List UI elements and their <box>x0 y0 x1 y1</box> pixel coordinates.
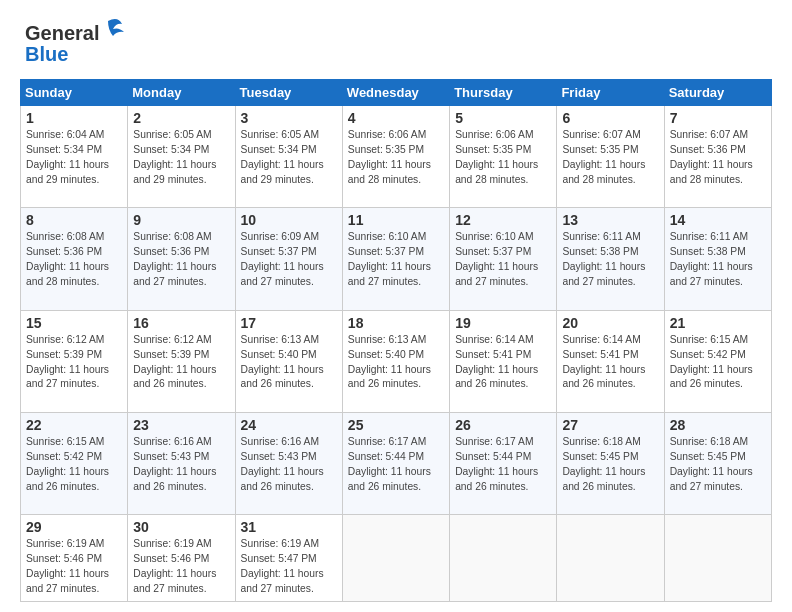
day-number: 15 <box>26 315 122 331</box>
calendar-week-1: 1 Sunrise: 6:04 AM Sunset: 5:34 PM Dayli… <box>21 106 772 208</box>
calendar-cell: 26 Sunrise: 6:17 AM Sunset: 5:44 PM Dayl… <box>450 412 557 514</box>
header: GeneralBlue <box>20 16 772 71</box>
day-number: 29 <box>26 519 122 535</box>
calendar-cell <box>557 515 664 602</box>
day-number: 22 <box>26 417 122 433</box>
day-detail: Sunrise: 6:08 AM Sunset: 5:36 PM Dayligh… <box>26 230 122 290</box>
day-number: 17 <box>241 315 337 331</box>
day-detail: Sunrise: 6:19 AM Sunset: 5:47 PM Dayligh… <box>241 537 337 597</box>
calendar-cell: 21 Sunrise: 6:15 AM Sunset: 5:42 PM Dayl… <box>664 310 771 412</box>
day-detail: Sunrise: 6:19 AM Sunset: 5:46 PM Dayligh… <box>26 537 122 597</box>
day-header-wednesday: Wednesday <box>342 80 449 106</box>
day-detail: Sunrise: 6:15 AM Sunset: 5:42 PM Dayligh… <box>26 435 122 495</box>
day-detail: Sunrise: 6:14 AM Sunset: 5:41 PM Dayligh… <box>455 333 551 393</box>
calendar-cell: 24 Sunrise: 6:16 AM Sunset: 5:43 PM Dayl… <box>235 412 342 514</box>
day-detail: Sunrise: 6:04 AM Sunset: 5:34 PM Dayligh… <box>26 128 122 188</box>
day-detail: Sunrise: 6:17 AM Sunset: 5:44 PM Dayligh… <box>455 435 551 495</box>
calendar-cell: 29 Sunrise: 6:19 AM Sunset: 5:46 PM Dayl… <box>21 515 128 602</box>
calendar-cell: 10 Sunrise: 6:09 AM Sunset: 5:37 PM Dayl… <box>235 208 342 310</box>
calendar-cell: 27 Sunrise: 6:18 AM Sunset: 5:45 PM Dayl… <box>557 412 664 514</box>
calendar-cell: 12 Sunrise: 6:10 AM Sunset: 5:37 PM Dayl… <box>450 208 557 310</box>
calendar-cell: 30 Sunrise: 6:19 AM Sunset: 5:46 PM Dayl… <box>128 515 235 602</box>
day-number: 19 <box>455 315 551 331</box>
day-detail: Sunrise: 6:12 AM Sunset: 5:39 PM Dayligh… <box>133 333 229 393</box>
calendar-cell: 9 Sunrise: 6:08 AM Sunset: 5:36 PM Dayli… <box>128 208 235 310</box>
day-number: 25 <box>348 417 444 433</box>
day-number: 4 <box>348 110 444 126</box>
day-number: 23 <box>133 417 229 433</box>
day-number: 8 <box>26 212 122 228</box>
calendar-cell <box>342 515 449 602</box>
day-detail: Sunrise: 6:17 AM Sunset: 5:44 PM Dayligh… <box>348 435 444 495</box>
day-number: 5 <box>455 110 551 126</box>
day-number: 18 <box>348 315 444 331</box>
calendar-header: SundayMondayTuesdayWednesdayThursdayFrid… <box>21 80 772 106</box>
day-detail: Sunrise: 6:07 AM Sunset: 5:35 PM Dayligh… <box>562 128 658 188</box>
day-number: 12 <box>455 212 551 228</box>
day-detail: Sunrise: 6:13 AM Sunset: 5:40 PM Dayligh… <box>348 333 444 393</box>
day-detail: Sunrise: 6:14 AM Sunset: 5:41 PM Dayligh… <box>562 333 658 393</box>
calendar-cell: 8 Sunrise: 6:08 AM Sunset: 5:36 PM Dayli… <box>21 208 128 310</box>
day-number: 28 <box>670 417 766 433</box>
calendar-cell: 22 Sunrise: 6:15 AM Sunset: 5:42 PM Dayl… <box>21 412 128 514</box>
day-detail: Sunrise: 6:18 AM Sunset: 5:45 PM Dayligh… <box>670 435 766 495</box>
page: GeneralBlue SundayMondayTuesdayWednesday… <box>0 0 792 612</box>
day-number: 30 <box>133 519 229 535</box>
calendar-cell: 7 Sunrise: 6:07 AM Sunset: 5:36 PM Dayli… <box>664 106 771 208</box>
day-number: 13 <box>562 212 658 228</box>
day-number: 2 <box>133 110 229 126</box>
day-number: 21 <box>670 315 766 331</box>
calendar-cell: 31 Sunrise: 6:19 AM Sunset: 5:47 PM Dayl… <box>235 515 342 602</box>
calendar-cell: 4 Sunrise: 6:06 AM Sunset: 5:35 PM Dayli… <box>342 106 449 208</box>
calendar-cell: 20 Sunrise: 6:14 AM Sunset: 5:41 PM Dayl… <box>557 310 664 412</box>
day-detail: Sunrise: 6:19 AM Sunset: 5:46 PM Dayligh… <box>133 537 229 597</box>
day-number: 27 <box>562 417 658 433</box>
calendar-week-2: 8 Sunrise: 6:08 AM Sunset: 5:36 PM Dayli… <box>21 208 772 310</box>
day-detail: Sunrise: 6:15 AM Sunset: 5:42 PM Dayligh… <box>670 333 766 393</box>
day-detail: Sunrise: 6:06 AM Sunset: 5:35 PM Dayligh… <box>348 128 444 188</box>
calendar-week-5: 29 Sunrise: 6:19 AM Sunset: 5:46 PM Dayl… <box>21 515 772 602</box>
day-header-saturday: Saturday <box>664 80 771 106</box>
day-number: 6 <box>562 110 658 126</box>
day-header-friday: Friday <box>557 80 664 106</box>
logo-svg: GeneralBlue <box>20 16 140 71</box>
calendar-cell: 16 Sunrise: 6:12 AM Sunset: 5:39 PM Dayl… <box>128 310 235 412</box>
day-detail: Sunrise: 6:10 AM Sunset: 5:37 PM Dayligh… <box>455 230 551 290</box>
day-detail: Sunrise: 6:08 AM Sunset: 5:36 PM Dayligh… <box>133 230 229 290</box>
day-number: 1 <box>26 110 122 126</box>
calendar-cell: 13 Sunrise: 6:11 AM Sunset: 5:38 PM Dayl… <box>557 208 664 310</box>
day-number: 16 <box>133 315 229 331</box>
calendar-cell: 3 Sunrise: 6:05 AM Sunset: 5:34 PM Dayli… <box>235 106 342 208</box>
day-number: 14 <box>670 212 766 228</box>
calendar-cell: 14 Sunrise: 6:11 AM Sunset: 5:38 PM Dayl… <box>664 208 771 310</box>
svg-text:Blue: Blue <box>25 43 68 65</box>
day-header-thursday: Thursday <box>450 80 557 106</box>
calendar-cell: 5 Sunrise: 6:06 AM Sunset: 5:35 PM Dayli… <box>450 106 557 208</box>
calendar-table: SundayMondayTuesdayWednesdayThursdayFrid… <box>20 79 772 602</box>
day-number: 31 <box>241 519 337 535</box>
day-header-monday: Monday <box>128 80 235 106</box>
logo: GeneralBlue <box>20 16 140 71</box>
day-number: 11 <box>348 212 444 228</box>
calendar-cell: 18 Sunrise: 6:13 AM Sunset: 5:40 PM Dayl… <box>342 310 449 412</box>
day-detail: Sunrise: 6:16 AM Sunset: 5:43 PM Dayligh… <box>241 435 337 495</box>
day-detail: Sunrise: 6:06 AM Sunset: 5:35 PM Dayligh… <box>455 128 551 188</box>
calendar-cell: 17 Sunrise: 6:13 AM Sunset: 5:40 PM Dayl… <box>235 310 342 412</box>
day-detail: Sunrise: 6:12 AM Sunset: 5:39 PM Dayligh… <box>26 333 122 393</box>
day-header-sunday: Sunday <box>21 80 128 106</box>
day-number: 26 <box>455 417 551 433</box>
calendar-cell <box>450 515 557 602</box>
calendar-cell: 28 Sunrise: 6:18 AM Sunset: 5:45 PM Dayl… <box>664 412 771 514</box>
day-number: 24 <box>241 417 337 433</box>
calendar-cell: 19 Sunrise: 6:14 AM Sunset: 5:41 PM Dayl… <box>450 310 557 412</box>
day-number: 9 <box>133 212 229 228</box>
calendar-cell: 11 Sunrise: 6:10 AM Sunset: 5:37 PM Dayl… <box>342 208 449 310</box>
calendar-cell: 1 Sunrise: 6:04 AM Sunset: 5:34 PM Dayli… <box>21 106 128 208</box>
svg-text:General: General <box>25 22 99 44</box>
day-number: 10 <box>241 212 337 228</box>
calendar-cell <box>664 515 771 602</box>
calendar-week-3: 15 Sunrise: 6:12 AM Sunset: 5:39 PM Dayl… <box>21 310 772 412</box>
day-number: 20 <box>562 315 658 331</box>
calendar-cell: 23 Sunrise: 6:16 AM Sunset: 5:43 PM Dayl… <box>128 412 235 514</box>
day-detail: Sunrise: 6:11 AM Sunset: 5:38 PM Dayligh… <box>562 230 658 290</box>
